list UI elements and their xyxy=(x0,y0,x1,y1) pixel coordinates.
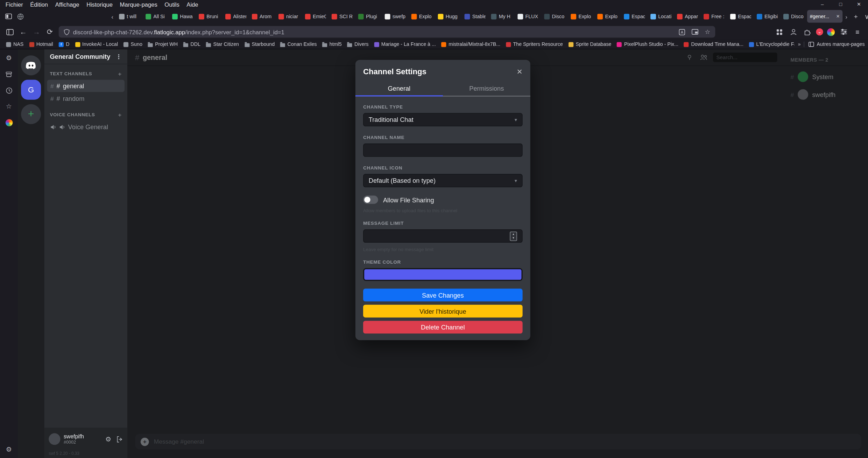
bookmarks-overflow-chevron[interactable]: » xyxy=(795,42,804,47)
bookmark-item[interactable]: f D xyxy=(56,42,72,47)
browser-tab[interactable]: Alister xyxy=(223,10,249,22)
browser-tab[interactable]: Arom xyxy=(249,10,276,22)
browser-tab[interactable]: Explo xyxy=(594,10,621,22)
address-bar[interactable]: discord-like-php-chat-7262.dev.flatlogic… xyxy=(59,26,715,37)
back-button[interactable]: ← xyxy=(16,25,30,39)
channel-item[interactable]: # # random xyxy=(47,92,125,105)
channel-item[interactable]: # # general xyxy=(47,80,125,92)
bookmark-item[interactable]: Mariage - La France à ... xyxy=(371,42,438,47)
browser-tab[interactable]: niciar xyxy=(276,10,302,22)
spinner-up-icon[interactable]: ▴ xyxy=(513,233,514,236)
channel-type-select[interactable]: Traditional Chat ▾ xyxy=(363,113,523,126)
discord-home-button[interactable] xyxy=(21,55,41,75)
browser-tab[interactable]: Hawa xyxy=(169,10,196,22)
add-text-channel-icon[interactable]: + xyxy=(118,70,122,77)
bookmark-item[interactable]: L'Encyclopédie Fantast... xyxy=(746,42,795,47)
bookmark-item[interactable]: InvokeAI - Local xyxy=(72,42,121,47)
browser-tab[interactable]: Bruni xyxy=(196,10,223,22)
browser-tab[interactable]: Espace cli xyxy=(621,10,648,22)
archive-icon[interactable] xyxy=(5,70,13,78)
bookmark-item[interactable]: mistralai/Mixtral-8x7B... xyxy=(439,42,503,47)
menu-item[interactable]: Historique xyxy=(86,1,113,8)
channel-name-input[interactable] xyxy=(363,144,523,157)
server-header[interactable]: General Community ⋮ xyxy=(44,49,127,64)
bookmark-item[interactable]: The Spriters Resource xyxy=(503,42,566,47)
number-spinner[interactable]: ▴ ▾ xyxy=(510,231,517,241)
user-avatar[interactable] xyxy=(49,433,60,445)
bookmark-item[interactable]: Conan Exiles xyxy=(277,42,319,47)
active-tab[interactable]: #gener... ✕ xyxy=(807,10,842,22)
bookmarks-star-icon[interactable]: ☆ xyxy=(5,102,13,111)
browser-tab[interactable]: SCI Ri xyxy=(329,10,355,22)
browser-tab[interactable]: Free : xyxy=(701,10,727,22)
tab-permissions[interactable]: Permissions xyxy=(443,82,530,96)
other-bookmarks[interactable]: Autres marque-pages xyxy=(804,42,865,47)
menu-item[interactable]: Marque-pages xyxy=(120,1,157,8)
bookmark-item[interactable]: Projet WH xyxy=(145,42,181,47)
apps-grid-icon[interactable] xyxy=(775,27,784,37)
extensions-puzzle-icon[interactable] xyxy=(802,27,812,37)
account-icon[interactable] xyxy=(788,27,798,37)
browser-tab[interactable]: Stable xyxy=(462,10,488,22)
pinned-tab-globe-icon[interactable] xyxy=(14,11,27,22)
server-icon-general-community[interactable]: G xyxy=(21,80,41,100)
voice-channel-item[interactable]: Voice General xyxy=(47,121,125,133)
add-server-button[interactable]: + xyxy=(21,104,41,124)
translate-icon[interactable]: A xyxy=(679,28,685,35)
close-window-button[interactable]: ✕ xyxy=(850,0,868,9)
browser-tab[interactable]: Disco xyxy=(541,10,568,22)
bookmark-star-icon[interactable]: ☆ xyxy=(705,28,710,36)
bookmark-item[interactable]: Sprite Database xyxy=(566,42,614,47)
pocket-icon[interactable]: ⌄ xyxy=(816,28,823,36)
save-changes-button[interactable]: Save Changes xyxy=(363,289,523,301)
delete-channel-button[interactable]: Delete Channel xyxy=(363,321,523,333)
browser-tab[interactable]: Emie0 xyxy=(302,10,329,22)
bookmark-item[interactable]: Starbound xyxy=(242,42,277,47)
shield-icon[interactable] xyxy=(64,28,70,35)
bookmark-item[interactable]: NAS xyxy=(3,42,26,47)
menu-item[interactable]: Aide xyxy=(186,1,198,8)
bookmark-item[interactable]: PixelPlush Studio - Pix... xyxy=(614,42,681,47)
browser-tab[interactable]: Locati xyxy=(648,10,674,22)
sidebar-settings-gear-icon[interactable]: ⚙ xyxy=(5,445,13,454)
bookmark-item[interactable]: Star Citizen xyxy=(203,42,242,47)
browser-tab[interactable]: Espace ab xyxy=(727,10,754,22)
browser-tab[interactable]: swefp xyxy=(382,10,409,22)
history-clock-icon[interactable] xyxy=(5,86,13,95)
bookmark-item[interactable]: Suno xyxy=(121,42,145,47)
spinner-down-icon[interactable]: ▾ xyxy=(513,236,514,240)
reload-button[interactable]: ⟳ xyxy=(43,25,56,39)
channel-icon-select[interactable]: Default (Based on type) ▾ xyxy=(363,174,523,187)
list-all-tabs-button[interactable]: ∨ xyxy=(861,11,868,22)
sidebar-toggle-icon[interactable] xyxy=(3,25,16,39)
modal-close-icon[interactable]: ✕ xyxy=(516,67,522,76)
settings-gear-icon[interactable]: ⚙ xyxy=(5,54,13,62)
message-limit-input[interactable]: ▴ ▾ xyxy=(363,229,523,243)
picture-in-picture-icon[interactable] xyxy=(691,29,699,35)
theme-color-icon[interactable] xyxy=(5,118,13,127)
file-sharing-toggle[interactable] xyxy=(363,196,378,204)
clear-history-button[interactable]: Vider l'historique xyxy=(363,305,523,317)
browser-tab[interactable]: Disco xyxy=(781,10,807,22)
browser-tab[interactable]: Explo xyxy=(568,10,594,22)
bookmark-item[interactable]: Hotmail xyxy=(26,42,56,47)
forward-button[interactable]: → xyxy=(30,25,43,39)
browser-tab[interactable]: All Si xyxy=(143,10,169,22)
theme-color-picker[interactable] xyxy=(363,268,523,281)
add-voice-channel-icon[interactable]: + xyxy=(118,111,122,118)
browser-tab[interactable]: Plugi xyxy=(355,10,382,22)
profile-avatar-icon[interactable] xyxy=(827,28,835,36)
menu-hamburger-icon[interactable]: ≡ xyxy=(853,27,862,37)
minimize-button[interactable]: – xyxy=(813,0,831,9)
browser-tab[interactable]: FLUX xyxy=(515,10,542,22)
new-tab-button[interactable]: + xyxy=(850,11,861,22)
menu-item[interactable]: Affichage xyxy=(55,1,79,8)
logout-icon[interactable] xyxy=(116,436,123,442)
scroll-tabs-left-button[interactable]: ‹ xyxy=(108,13,116,20)
bookmark-item[interactable]: DDL xyxy=(181,42,203,47)
scroll-tabs-right-button[interactable]: › xyxy=(842,13,850,20)
browser-tab[interactable]: My H xyxy=(488,10,515,22)
close-tab-icon[interactable]: ✕ xyxy=(836,14,840,19)
browser-tab[interactable]: Eligibi xyxy=(754,10,781,22)
browser-tab[interactable]: Explo xyxy=(409,10,435,22)
